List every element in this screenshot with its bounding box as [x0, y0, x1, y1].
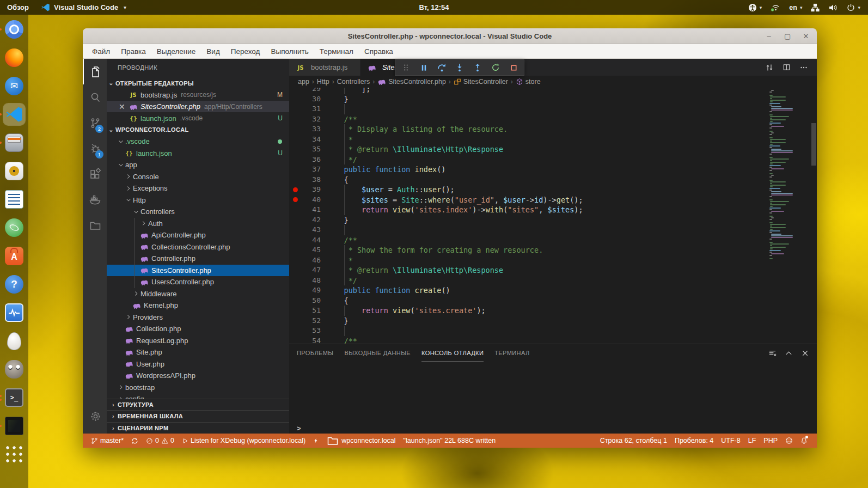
status-encoding[interactable]: UTF-8 — [717, 437, 744, 444]
tree-item-config[interactable]: config — [107, 393, 289, 398]
code-line-45[interactable]: 45 * Show the form for creating a new re… — [289, 245, 817, 255]
code-line-49[interactable]: 49 public function create() — [289, 285, 817, 296]
debug-console-input[interactable]: > — [289, 423, 817, 434]
status-feedback[interactable] — [781, 437, 797, 444]
swap-editors-icon[interactable] — [765, 63, 774, 72]
activitybar-explorer[interactable] — [83, 59, 107, 84]
step-over-button[interactable] — [435, 61, 448, 74]
app-menu-button[interactable]: Visual Studio Code ▾ — [41, 3, 126, 12]
tree-item-apicontroller.php[interactable]: ApiController.php — [107, 229, 289, 241]
activitybar-docker[interactable] — [83, 187, 107, 212]
activitybar-source-control[interactable]: 2 — [83, 110, 107, 136]
close-button[interactable]: ✕ — [803, 32, 809, 40]
section-сценарии-npm[interactable]: ›СЦЕНАРИИ NPM — [107, 422, 289, 434]
status-file-written[interactable]: "launch.json" 22L 688C written — [400, 434, 500, 448]
tree-item-.vscode[interactable]: .vscode — [107, 136, 289, 148]
code-line-36[interactable]: 36 */ — [289, 155, 817, 165]
open-editors-header[interactable]: ⌄ ОТКРЫТЫЕ РЕДАКТОРЫ — [107, 77, 289, 89]
keyboard-layout[interactable]: en▾ — [789, 4, 802, 11]
firefox-launcher[interactable] — [3, 47, 25, 69]
status-debug-launch[interactable]: Listen for XDebug (wpconnector.local) — [178, 434, 309, 448]
breakpoint[interactable] — [289, 185, 301, 195]
code-line-43[interactable]: 43 — [289, 225, 817, 235]
maximize-button[interactable]: ▢ — [784, 32, 791, 40]
help-launcher[interactable] — [3, 273, 25, 295]
app-grid-launcher[interactable] — [3, 443, 25, 465]
debug-console-output[interactable] — [289, 362, 817, 423]
clear-console-icon[interactable] — [768, 349, 777, 357]
code-line-40[interactable]: 40 $sites = Site::where("user_id", $user… — [289, 195, 817, 205]
titlebar[interactable]: SitesController.php - wpconnector.local … — [83, 28, 817, 44]
code-line-38[interactable]: 38 { — [289, 175, 817, 185]
vscode-launcher[interactable] — [3, 103, 25, 125]
breakpoint[interactable] — [289, 195, 301, 205]
breadcrumb-controllers[interactable]: Controllers — [337, 78, 370, 86]
code-line-34[interactable]: 34 * — [289, 135, 817, 145]
code-line-50[interactable]: 50 { — [289, 296, 817, 306]
workspace-header[interactable]: ⌄ WPCONNECTOR.LOCAL — [107, 124, 289, 136]
atom-launcher[interactable] — [3, 217, 25, 239]
more-actions-icon[interactable] — [799, 63, 808, 72]
tree-item-controllers[interactable]: Controllers — [107, 206, 289, 218]
section-временная-шкала[interactable]: ›ВРЕМЕННАЯ ШКАЛА — [107, 410, 289, 422]
menu-правка[interactable]: Правка — [116, 46, 151, 57]
restart-button[interactable] — [489, 61, 502, 74]
tree-item-kernel.php[interactable]: Kernel.php — [107, 300, 289, 312]
code-line-31[interactable]: 31 — [289, 104, 817, 114]
breadcrumb-app[interactable]: app — [298, 78, 309, 86]
tree-item-userscontroller.php[interactable]: UsersController.php — [107, 276, 289, 288]
status-git-branch[interactable]: master* — [87, 434, 127, 448]
breadcrumb-sitescontroller.php[interactable]: SitesController.php — [377, 77, 446, 86]
clock[interactable]: Вт, 12:54 — [0, 3, 868, 11]
menu-терминал[interactable]: Терминал — [315, 46, 358, 57]
code-line-41[interactable]: 41 return view('sites.index')->with("sit… — [289, 205, 817, 215]
code-line-46[interactable]: 46 * — [289, 255, 817, 266]
activitybar-project-explorer[interactable] — [83, 212, 107, 238]
status-problems[interactable]: 00 — [142, 434, 178, 448]
menu-файл[interactable]: Файл — [87, 46, 115, 57]
menu-выделение[interactable]: Выделение — [152, 46, 201, 57]
maximize-panel-icon[interactable] — [785, 349, 793, 357]
editor-scrollbar[interactable] — [811, 123, 816, 166]
screenshot-tool-launcher[interactable] — [3, 415, 25, 437]
tree-item-site.php[interactable]: Site.php — [107, 346, 289, 358]
activities-button[interactable]: Обзор — [7, 3, 29, 11]
menu-выполнить[interactable]: Выполнить — [266, 46, 313, 57]
open-editor-item[interactable]: {}launch.json.vscodeU — [107, 112, 289, 124]
drag-handle-button[interactable] — [399, 61, 412, 74]
tree-item-app[interactable]: app — [107, 159, 289, 171]
code-line-44[interactable]: 44 /** — [289, 235, 817, 246]
tree-item-wordpressapi.php[interactable]: WordpressAPI.php — [107, 370, 289, 382]
thunderbird-launcher[interactable] — [3, 75, 25, 97]
code-line-35[interactable]: 35 * @return \Illuminate\Http\Response — [289, 144, 817, 155]
network-wired[interactable] — [811, 3, 820, 12]
code-line-52[interactable]: 52 } — [289, 316, 817, 326]
split-editor-icon[interactable] — [783, 63, 791, 71]
status-xdebug[interactable] — [309, 434, 322, 448]
tree-item-bootstrap[interactable]: bootstrap — [107, 382, 289, 394]
status-sync[interactable] — [127, 434, 142, 448]
tab-bootstrap.js[interactable]: JSbootstrap.js — [289, 59, 360, 76]
chromium-launcher[interactable] — [3, 19, 25, 40]
terminal-launcher[interactable] — [3, 387, 25, 408]
activitybar-run-debug[interactable]: 1 — [83, 136, 107, 161]
breadcrumb-store[interactable]: store — [516, 78, 541, 86]
code-line-54[interactable]: 54 /** — [289, 336, 817, 344]
close-icon[interactable]: ✕ — [119, 102, 125, 111]
tree-item-providers[interactable]: Providers — [107, 312, 289, 324]
status-language-mode[interactable]: PHP — [760, 437, 781, 444]
section-структура[interactable]: ›СТРУКТУРА — [107, 399, 289, 411]
activitybar-search[interactable] — [83, 84, 107, 110]
audio-player-launcher[interactable] — [3, 160, 25, 182]
menu-переход[interactable]: Переход — [226, 46, 265, 57]
tree-item-launch.json[interactable]: {}launch.jsonU — [107, 148, 289, 160]
tree-item-collectionscontroller.php[interactable]: CollectionsController.php — [107, 241, 289, 253]
breadcrumb-sitescontroller[interactable]: SitesController — [454, 78, 508, 86]
stop-button[interactable] — [507, 61, 520, 74]
libreoffice-writer-launcher[interactable] — [3, 188, 25, 210]
volume[interactable] — [828, 3, 838, 12]
status-cursor-position[interactable]: Строка 62, столбец 1 — [596, 437, 671, 444]
tree-item-sitescontroller.php[interactable]: SitesController.php — [107, 265, 289, 277]
code-line-37[interactable]: 37 public function index() — [289, 164, 817, 175]
tree-item-exceptions[interactable]: Exceptions — [107, 182, 289, 194]
